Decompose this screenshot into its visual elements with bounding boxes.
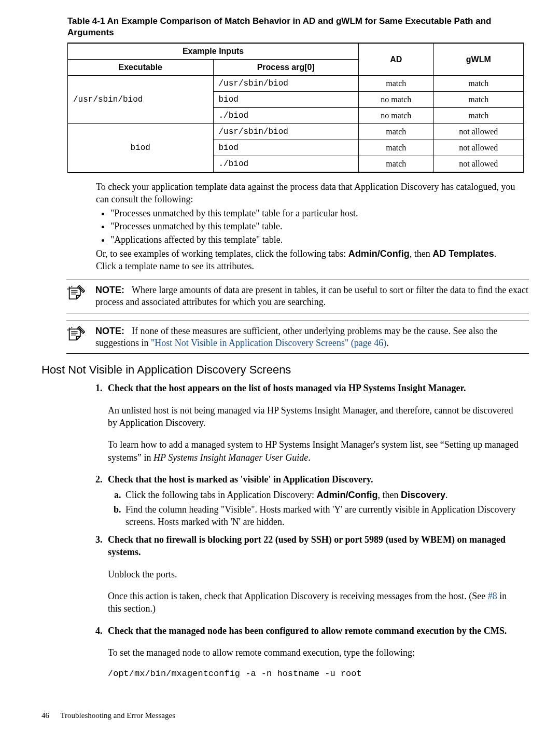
page-number: 46 [41, 711, 49, 720]
note-icon [66, 284, 95, 304]
cell-ad: no match [359, 108, 434, 124]
comparison-table: Example Inputs AD gWLM Executable Proces… [67, 43, 524, 173]
note-block: NOTE:If none of these measures are suffi… [66, 321, 529, 354]
th-gwlm: gWLM [433, 43, 523, 76]
cell-ad: match [359, 124, 434, 140]
note-block: NOTE:Where large amounts of data are pre… [66, 280, 529, 313]
cell-proc: biod [213, 92, 359, 108]
step-p: Once this action is taken, check that Ap… [108, 590, 519, 615]
cell-proc: ./biod [213, 108, 359, 124]
cell-gwlm: not allowed [433, 140, 523, 156]
step-3: Check that no firewall is blocking port … [105, 533, 519, 615]
cell-proc: ./biod [213, 156, 359, 173]
step-p: To learn how to add a managed system to … [108, 438, 519, 464]
list-item: "Processes unmatched by this template" t… [110, 208, 519, 219]
th-example-inputs: Example Inputs [68, 43, 359, 60]
table-caption: Table 4-1 An Example Comparison of Match… [67, 16, 529, 38]
cell-proc: biod [213, 140, 359, 156]
note-link[interactable]: "Host Not Visible in Application Discove… [151, 338, 386, 348]
cell-gwlm: match [433, 108, 523, 124]
step-p: An unlisted host is not being managed vi… [108, 404, 519, 430]
cell-proc: /usr/sbin/biod [213, 76, 359, 92]
step-title: Check that no firewall is blocking port … [108, 534, 506, 557]
step-1: Check that the host appears on the list … [105, 382, 519, 463]
step-title: Check that the managed node has been con… [108, 626, 507, 636]
step-2: Check that the host is marked as 'visibl… [105, 473, 519, 528]
th-process-arg: Process arg[0] [213, 60, 359, 76]
substep-a: Click the following tabs in Application … [123, 489, 519, 501]
section-heading: Host Not Visible in Application Discover… [41, 363, 529, 377]
cell-ad: match [359, 140, 434, 156]
table-row: biod /usr/sbin/biod match not allowed [68, 124, 524, 140]
note-body: NOTE:Where large amounts of data are pre… [95, 284, 529, 309]
step-p: Unblock the ports. [108, 568, 519, 581]
cell-gwlm: match [433, 92, 523, 108]
list-item: "Processes unmatched by this template" t… [110, 220, 519, 232]
cell-gwlm: not allowed [433, 124, 523, 140]
note-text: Where large amounts of data are present … [95, 285, 528, 307]
step-4: Check that the managed node has been con… [105, 625, 519, 681]
note-body: NOTE:If none of these measures are suffi… [95, 325, 529, 350]
note-icon [66, 325, 95, 345]
th-executable: Executable [68, 60, 214, 76]
table-row: /usr/sbin/biod /usr/sbin/biod match matc… [68, 76, 524, 92]
steps-list: Check that the host appears on the list … [82, 382, 519, 680]
cell-exec: biod [68, 124, 214, 173]
intro-bullets: "Processes unmatched by this template" t… [96, 208, 519, 246]
cell-proc: /usr/sbin/biod [213, 124, 359, 140]
step-title: Check that the host is marked as 'visibl… [108, 474, 373, 485]
cell-gwlm: not allowed [433, 156, 523, 173]
th-ad: AD [359, 43, 434, 76]
substeps: Click the following tabs in Application … [108, 489, 519, 528]
cell-ad: no match [359, 92, 434, 108]
intro-text: To check your application template data … [96, 181, 519, 272]
step-p: To set the managed node to allow remote … [108, 646, 519, 659]
list-item: "Applications affected by this template"… [110, 234, 519, 246]
step-title: Check that the host appears on the list … [108, 383, 466, 393]
cell-ad: match [359, 76, 434, 92]
command-line: /opt/mx/bin/mxagentconfig -a -n hostname… [108, 668, 519, 680]
note-label: NOTE: [95, 285, 124, 295]
intro-p2: Or, to see examples of working templates… [96, 248, 519, 272]
footer-title: Troubleshooting and Error Messages [60, 711, 175, 720]
cell-exec: /usr/sbin/biod [68, 76, 214, 124]
cell-ad: match [359, 156, 434, 173]
cell-gwlm: match [433, 76, 523, 92]
note-label: NOTE: [95, 326, 124, 336]
intro-p1: To check your application template data … [96, 181, 519, 205]
page-content: Table 4-1 An Example Comparison of Match… [0, 0, 560, 741]
note-text-end: . [386, 338, 389, 348]
substep-b: Find the column heading "Visible". Hosts… [123, 503, 519, 529]
page-footer: 46 Troubleshooting and Error Messages [41, 711, 529, 720]
inline-link[interactable]: #8 [488, 591, 497, 601]
